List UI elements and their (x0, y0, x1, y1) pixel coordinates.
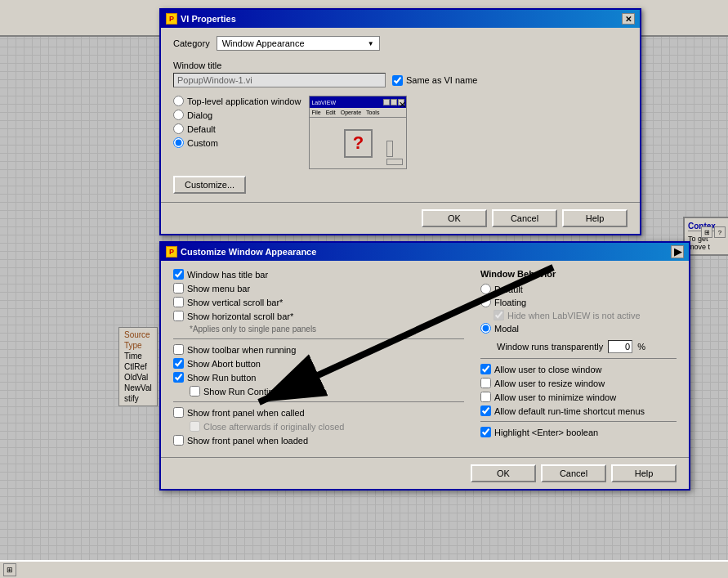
taskbar-icon[interactable]: ⊞ (3, 563, 16, 576)
check-abort-button-input[interactable] (173, 358, 184, 369)
check-close-afterwards: Close afterwards if originally closed (190, 421, 464, 432)
behavior-floating[interactable]: Floating (480, 297, 677, 307)
preview-menu-file: File (311, 110, 320, 115)
same-as-vi-name-checkbox[interactable] (392, 75, 403, 86)
customize-icon: P (166, 246, 177, 258)
justify-item: stify (121, 393, 155, 404)
radio-custom[interactable]: Custom (173, 137, 301, 148)
check-menu-bar-text: Show menu bar (187, 284, 250, 293)
preview-titlebar: LabVIEW ✕ (310, 96, 406, 108)
behavior-floating-input[interactable] (480, 297, 491, 307)
behavior-default[interactable]: Default (480, 284, 677, 294)
check-close-afterwards-input[interactable] (190, 421, 200, 432)
check-vertical-scroll-input[interactable] (173, 297, 184, 307)
check-front-panel-called-input[interactable] (173, 407, 184, 418)
separator-3 (480, 358, 677, 359)
behavior-radio-group: Default Floating Hide when LabVIEW is no… (480, 284, 677, 334)
title-row: Same as VI name (173, 73, 628, 87)
check-run-continuously-input[interactable] (190, 386, 200, 397)
category-label: Category (173, 38, 210, 48)
customize-button[interactable]: Customize... (173, 176, 246, 194)
check-front-panel-loaded-text: Show front panel when loaded (187, 436, 308, 446)
ctlref-item: CtlRef (121, 361, 155, 372)
check-toolbar-running-input[interactable] (173, 344, 184, 355)
preview-hscrollbar-icon (386, 159, 403, 165)
context-help-text2: move t (688, 243, 725, 251)
check-close-afterwards-text: Close afterwards if originally closed (203, 422, 344, 432)
question-mark-icon: ? (353, 132, 364, 154)
preview-menu-tools: Tools (366, 110, 379, 115)
behavior-modal-text: Modal (494, 324, 519, 334)
customize-right-column: Window Behavior Default Floating Hide wh… (480, 269, 677, 449)
customize-dialog: P Customize Window Appearance ▶ Window h… (159, 241, 690, 491)
category-row: Category Window Appearance ▼ (173, 36, 628, 51)
check-allow-minimize-input[interactable] (480, 392, 491, 402)
window-title-input[interactable] (173, 73, 386, 87)
same-as-vi-name-label: Same as VI name (392, 75, 477, 86)
context-icons: ⊞ ? (701, 226, 726, 238)
check-window-titlebar: Window has title bar (173, 269, 464, 280)
transparency-label: Window runs transparently (497, 342, 603, 352)
behavior-default-text: Default (494, 285, 523, 294)
transparency-input[interactable] (608, 340, 632, 353)
customize-button-row: Customize... (173, 176, 628, 194)
window-title-label: Window title (173, 60, 628, 70)
check-allow-minimize-text: Allow user to minimize window (494, 392, 616, 402)
behavior-hide-labview-input[interactable] (494, 310, 504, 320)
vi-properties-icon: P (166, 13, 177, 25)
vi-cancel-button[interactable]: Cancel (492, 209, 557, 227)
check-window-titlebar-input[interactable] (173, 269, 184, 280)
check-allow-close-input[interactable] (480, 364, 491, 374)
check-allow-resize: Allow user to resize window (480, 378, 677, 388)
vi-help-button[interactable]: Help (562, 209, 628, 227)
check-allow-shortcut-input[interactable] (480, 405, 491, 416)
radio-dialog-input[interactable] (173, 110, 184, 120)
check-highlight-enter-text: Highlight <Enter> boolean (494, 428, 598, 437)
vi-properties-dialog: P VI Properties ✕ Category Window Appear… (159, 8, 641, 235)
category-dropdown-arrow-icon: ▼ (368, 40, 374, 47)
preview-maximize-icon (391, 99, 397, 105)
behavior-modal[interactable]: Modal (480, 323, 677, 334)
check-allow-resize-text: Allow user to resize window (494, 379, 605, 388)
customize-cancel-button[interactable]: Cancel (541, 464, 606, 482)
check-run-button-input[interactable] (173, 372, 184, 383)
preview-body: ? (310, 118, 406, 168)
check-menu-bar-input[interactable] (173, 283, 184, 293)
customize-expand-button[interactable]: ▶ (671, 245, 684, 258)
radio-default-input[interactable] (173, 123, 184, 134)
preview-title-text: LabVIEW (311, 100, 336, 105)
behavior-modal-input[interactable] (480, 323, 491, 334)
preview-vscrollbar-icon (386, 141, 393, 157)
vi-properties-titlebar: P VI Properties ✕ (161, 10, 640, 28)
oldval-item: OldVal (121, 372, 155, 383)
radio-dialog-text: Dialog (187, 110, 212, 120)
radio-top-level[interactable]: Top-level application window (173, 96, 301, 106)
customize-help-button[interactable]: Help (611, 464, 677, 482)
same-as-vi-name-text: Same as VI name (406, 75, 477, 85)
source-panel: Source Type Time CtlRef OldVal NewVal st… (118, 327, 158, 406)
vi-properties-close-button[interactable]: ✕ (622, 13, 635, 25)
radio-dialog[interactable]: Dialog (173, 110, 301, 120)
check-horizontal-scroll-input[interactable] (173, 311, 184, 321)
category-dropdown[interactable]: Window Appearance ▼ (217, 36, 380, 51)
customize-title-area: P Customize Window Appearance (166, 246, 316, 258)
context-icon1[interactable]: ⊞ (701, 226, 712, 238)
radio-default[interactable]: Default (173, 123, 301, 134)
source-item: Source (121, 329, 155, 340)
appearance-preview: LabVIEW ✕ File Edit Operate Tools ? (309, 96, 407, 169)
customize-ok-button[interactable]: OK (471, 464, 536, 482)
radio-top-level-input[interactable] (173, 96, 184, 106)
behavior-default-input[interactable] (480, 284, 491, 294)
radio-custom-input[interactable] (173, 137, 184, 148)
check-allow-resize-input[interactable] (480, 378, 491, 388)
vi-ok-button[interactable]: OK (422, 209, 487, 227)
context-icon2[interactable]: ? (714, 226, 726, 238)
vi-properties-title: VI Properties (181, 14, 236, 24)
vi-properties-body: Category Window Appearance ▼ Window titl… (161, 28, 640, 202)
check-abort-button-text: Show Abort button (187, 359, 261, 369)
check-run-button-text: Show Run button (187, 373, 256, 383)
check-front-panel-loaded-input[interactable] (173, 435, 184, 446)
customize-bottom: OK Cancel Help (161, 457, 689, 489)
check-highlight-enter-input[interactable] (480, 427, 491, 437)
check-vertical-scroll-text: Show vertical scroll bar* (187, 298, 283, 307)
